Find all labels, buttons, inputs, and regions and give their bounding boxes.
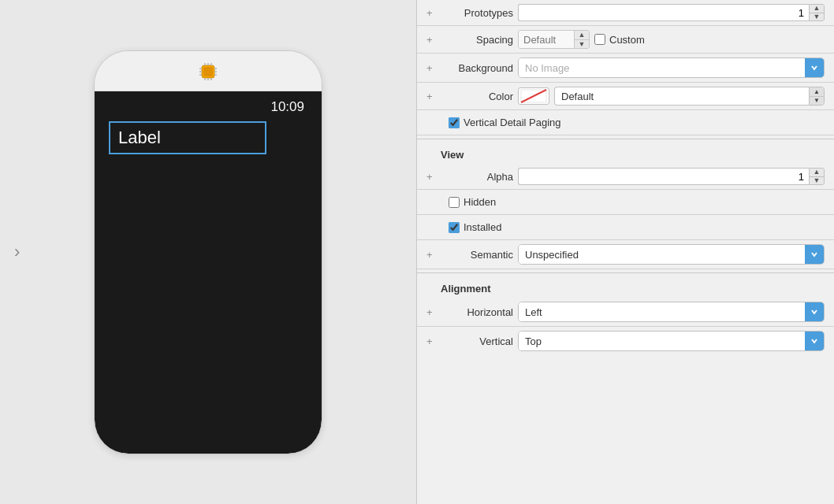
installed-checkbox[interactable] [449,222,460,233]
alpha-label: Alpha [442,171,513,183]
svg-rect-3 [199,71,202,72]
alpha-stepper-down[interactable]: ▼ [810,176,824,184]
vdp-row: Vertical Detail Paging [417,110,834,135]
alpha-stepper: ▲ ▼ [809,168,825,185]
background-plus[interactable]: + [426,62,437,74]
view-section-title: View [417,143,834,164]
svg-rect-11 [204,78,206,80]
alpha-row: + Alpha ▲ ▼ [417,164,834,190]
background-dropdown-btn[interactable] [805,58,824,77]
svg-rect-9 [207,63,209,65]
spacing-row: + Spacing ▲ ▼ Custom [417,26,834,54]
spacing-label: Spacing [442,34,513,46]
section-separator-1 [417,139,834,139]
svg-rect-2 [199,68,202,69]
color-swatch[interactable] [518,87,549,105]
alpha-plus[interactable]: + [426,171,437,183]
custom-checkbox[interactable] [594,34,605,45]
chevron-down-icon [810,308,818,316]
prototypes-stepper-down[interactable]: ▼ [810,13,824,20]
svg-rect-6 [214,71,217,72]
spacing-stepper-up[interactable]: ▲ [575,31,589,39]
section-separator-2 [417,272,834,273]
prototypes-label: Prototypes [442,7,513,19]
spacing-input[interactable] [519,31,574,48]
semantic-value: Unspecified [519,245,805,264]
vertical-dropdown-btn[interactable] [805,332,824,350]
svg-rect-10 [210,63,212,65]
background-label: Background [442,62,513,74]
prototypes-plus[interactable]: + [426,7,437,19]
alpha-input[interactable] [518,168,809,185]
horizontal-value: Left [519,302,805,321]
horizontal-plus[interactable]: + [426,306,437,318]
horizontal-dropdown[interactable]: Left [518,302,825,322]
color-label: Color [442,91,513,102]
vertical-dropdown[interactable]: Top [518,331,825,351]
prototypes-row: + Prototypes ▲ ▼ [417,0,834,26]
watch-outer: 10:09 Label [94,50,322,454]
svg-rect-8 [204,63,206,65]
custom-label: Custom [609,34,645,46]
svg-rect-13 [210,78,212,80]
color-plus[interactable]: + [426,91,437,102]
semantic-row: + Semantic Unspecified [417,240,834,269]
prototypes-stepper: ▲ ▼ [809,4,825,21]
svg-rect-7 [214,74,217,76]
installed-checkbox-label[interactable]: Installed [449,221,501,233]
color-row: + Color Default ▲ ▼ [417,83,834,110]
left-arrow-icon[interactable]: › [14,242,20,262]
color-dropdown-group: Default ▲ ▼ [554,87,825,106]
vdp-checkbox-label[interactable]: Vertical Detail Paging [449,117,561,128]
vdp-checkbox[interactable] [449,117,460,128]
watch-header [95,51,322,91]
chevron-down-icon [810,250,818,258]
semantic-dropdown-btn[interactable] [805,245,824,264]
spacing-plus[interactable]: + [426,34,437,46]
hidden-checkbox-label[interactable]: Hidden [449,196,496,208]
alpha-input-group: ▲ ▼ [518,168,825,185]
vertical-value: Top [519,332,805,350]
color-value: Default [554,87,809,106]
svg-rect-5 [214,68,217,69]
hidden-checkbox[interactable] [449,197,460,208]
semantic-label: Semantic [442,249,513,261]
chip-icon [195,59,221,84]
svg-rect-1 [203,67,213,76]
horizontal-row: + Horizontal Left [417,298,834,327]
installed-row: Installed [417,215,834,240]
prototypes-stepper-up[interactable]: ▲ [810,5,824,13]
semantic-plus[interactable]: + [426,249,437,261]
watch-time: 10:09 [109,99,307,115]
vdp-label: Vertical Detail Paging [464,117,561,128]
watch-label[interactable]: Label [109,121,266,154]
hidden-row: Hidden [417,190,834,215]
semantic-dropdown[interactable]: Unspecified [518,244,825,265]
vertical-plus[interactable]: + [426,335,437,347]
chevron-down-icon [810,64,818,72]
color-stepper-up[interactable]: ▲ [810,87,824,96]
color-swatch-preview [520,89,547,103]
custom-checkbox-label[interactable]: Custom [594,34,645,46]
prototypes-input-group: ▲ ▼ [518,4,825,21]
watch-body: 10:09 Label [95,91,322,454]
chevron-down-icon [810,337,818,345]
horizontal-dropdown-btn[interactable] [805,302,824,321]
vertical-label: Vertical [442,335,513,347]
svg-rect-4 [199,74,202,76]
canvas-area: › [0,0,416,504]
background-value: No Image [519,58,805,77]
horizontal-label: Horizontal [442,306,513,318]
background-dropdown[interactable]: No Image [518,57,825,78]
watch-device: 10:09 Label [94,50,322,454]
color-stepper: ▲ ▼ [809,87,825,106]
alpha-stepper-up[interactable]: ▲ [810,169,824,176]
alignment-section-title: Alignment [417,276,834,298]
color-stepper-down[interactable]: ▼ [810,96,824,105]
spacing-stepper-down[interactable]: ▼ [575,39,589,48]
svg-rect-12 [207,78,209,80]
installed-label: Installed [464,221,501,233]
prototypes-input[interactable] [518,4,809,21]
right-panel: + Prototypes ▲ ▼ + Spacing ▲ ▼ Custom [416,0,834,504]
vertical-row: + Vertical Top [417,327,834,355]
